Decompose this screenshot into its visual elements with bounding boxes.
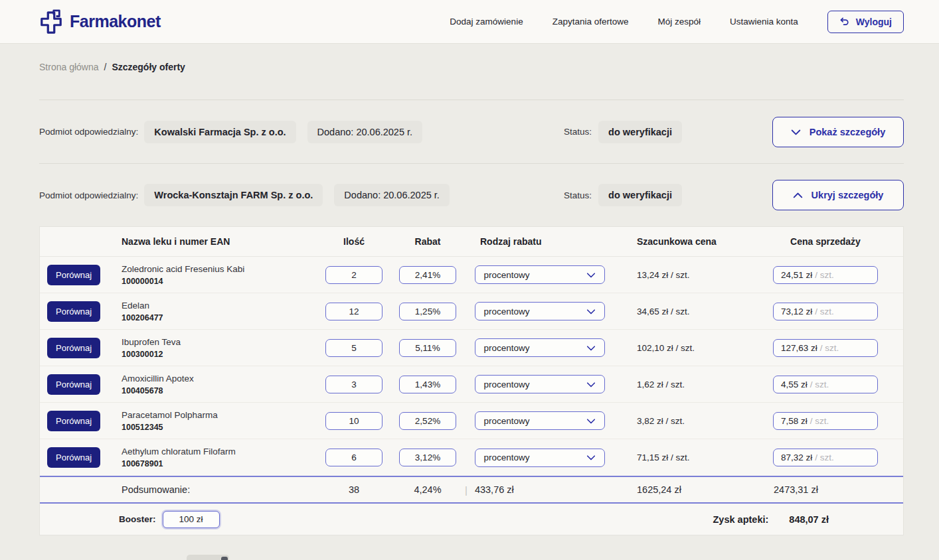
discount-type-select[interactable]: procentowy bbox=[475, 411, 605, 430]
sale-price-unit: / szt. bbox=[815, 453, 834, 462]
sale-price-unit: / szt. bbox=[815, 270, 834, 280]
col-header-name: Nazwa leku i numer EAN bbox=[122, 236, 317, 247]
table-row: Porównaj Amoxicillin Apotex 100405678 pr… bbox=[40, 366, 903, 403]
drug-ean: 100512345 bbox=[122, 423, 317, 432]
discount-input[interactable] bbox=[399, 412, 456, 430]
discount-type-value: procentowy bbox=[484, 416, 530, 426]
status-badge: do weryfikacji bbox=[598, 121, 682, 143]
estimated-price: 71,15 zł / szt. bbox=[614, 453, 767, 462]
estimated-price: 34,65 zł / szt. bbox=[614, 307, 767, 316]
discount-type-value: procentowy bbox=[484, 307, 530, 316]
summary-divider: | bbox=[465, 484, 468, 496]
offer-header-expanded: Podmiot odpowiedzialny: Wrocka-Konsztajn… bbox=[39, 164, 904, 226]
drug-ean: 100405678 bbox=[122, 386, 317, 395]
estimated-price: 102,10 zł / szt. bbox=[614, 343, 767, 353]
drug-ean: 100000014 bbox=[122, 277, 317, 286]
top-navigation-bar: Farmakonet Dodaj zamówienie Zapytania of… bbox=[0, 0, 939, 44]
table-row: Porównaj Ibuprofen Teva 100300012 procen… bbox=[40, 330, 903, 366]
summary-total-qty: 38 bbox=[317, 484, 390, 495]
nav-offer-inquiries[interactable]: Zapytania ofertowe bbox=[553, 17, 629, 27]
brand-logo[interactable]: Farmakonet bbox=[39, 9, 161, 35]
estimated-price: 1,62 zł / szt. bbox=[614, 380, 767, 389]
drug-name: Ibuprofen Teva bbox=[122, 337, 317, 347]
discount-input[interactable] bbox=[399, 339, 456, 357]
quantity-input[interactable] bbox=[325, 303, 383, 320]
summary-discount-amount: 433,76 zł bbox=[475, 484, 514, 495]
table-row: Porównaj Aethylum chloratum Filofarm 100… bbox=[40, 439, 903, 476]
breadcrumb-current: Szczegóły oferty bbox=[112, 62, 185, 72]
sale-price-value: 4,55 zł bbox=[781, 380, 808, 389]
compare-button[interactable]: Porównaj bbox=[47, 374, 100, 395]
table-row: Porównaj Edelan 100206477 procentowy 34,… bbox=[40, 293, 903, 330]
top-nav-links: Dodaj zamówienie Zapytania ofertowe Mój … bbox=[450, 11, 904, 33]
breadcrumb: Strona główna / Szczegóły oferty bbox=[39, 62, 904, 72]
sale-price-input[interactable]: 73,12 zł / szt. bbox=[773, 303, 878, 320]
discount-input[interactable] bbox=[399, 266, 456, 284]
booster-input[interactable] bbox=[163, 511, 220, 528]
offer-header-collapsed: Podmiot odpowiedzialny: Kowalski Farmacj… bbox=[39, 100, 904, 163]
nav-my-team[interactable]: Mój zespół bbox=[657, 17, 701, 27]
discount-type-select[interactable]: procentowy bbox=[475, 265, 605, 284]
chevron-down-icon bbox=[586, 309, 596, 315]
discount-type-select[interactable]: procentowy bbox=[475, 449, 605, 467]
chevron-up-icon bbox=[793, 192, 803, 198]
breadcrumb-home-link[interactable]: Strona główna bbox=[39, 62, 99, 72]
main-content: Strona główna / Szczegóły oferty Podmiot… bbox=[0, 62, 939, 535]
logout-button[interactable]: Wyloguj bbox=[827, 11, 904, 33]
chevron-down-icon bbox=[586, 272, 596, 278]
col-header-sale-price: Cena sprzedaży bbox=[773, 236, 878, 247]
summary-est-total: 1625,24 zł bbox=[614, 484, 767, 495]
drug-name: Edelan bbox=[122, 301, 317, 311]
compare-button[interactable]: Porównaj bbox=[47, 338, 100, 358]
discount-type-select[interactable]: procentowy bbox=[475, 375, 605, 393]
quantity-input[interactable] bbox=[325, 339, 383, 357]
show-details-button[interactable]: Pokaż szczegóły bbox=[772, 117, 904, 147]
sale-price-unit: / szt. bbox=[810, 416, 829, 426]
summary-sale-total: 2473,31 zł bbox=[767, 484, 903, 495]
pharmacy-cross-icon bbox=[39, 9, 63, 35]
booster-label: Booster: bbox=[119, 514, 156, 524]
quantity-input[interactable] bbox=[325, 376, 383, 393]
estimated-price: 3,82 zł / szt. bbox=[614, 416, 767, 426]
compare-button[interactable]: Porównaj bbox=[47, 265, 100, 285]
chevron-down-icon bbox=[586, 418, 596, 424]
discount-input[interactable] bbox=[399, 303, 456, 320]
hide-details-button[interactable]: Ukryj szczegóły bbox=[772, 180, 904, 210]
compare-button[interactable]: Porównaj bbox=[47, 411, 100, 431]
logout-label: Wyloguj bbox=[856, 17, 892, 27]
nav-account-settings[interactable]: Ustawienia konta bbox=[730, 17, 798, 27]
sale-price-input[interactable]: 24,51 zł / szt. bbox=[773, 266, 878, 284]
pharmacy-profit-label: Zysk apteki: bbox=[713, 514, 769, 525]
show-details-label: Pokaż szczegóły bbox=[810, 127, 885, 137]
discount-input[interactable] bbox=[399, 449, 456, 466]
discount-type-value: procentowy bbox=[484, 270, 530, 280]
sale-price-input[interactable]: 4,55 zł / szt. bbox=[773, 376, 878, 393]
summary-discount-pct: 4,24% bbox=[390, 484, 465, 495]
sale-price-input[interactable]: 87,32 zł / szt. bbox=[773, 449, 878, 466]
drug-name: Zoledronic acid Fresenius Kabi bbox=[122, 264, 317, 274]
quantity-input[interactable] bbox=[325, 266, 383, 284]
sale-price-input[interactable]: 7,58 zł / szt. bbox=[773, 412, 878, 430]
sale-price-value: 127,63 zł bbox=[781, 343, 817, 353]
status-group: Status: do weryfikacji bbox=[564, 184, 682, 206]
quantity-input[interactable] bbox=[325, 412, 383, 430]
status-badge: do weryfikacji bbox=[598, 184, 682, 206]
sale-price-input[interactable]: 127,63 zł / szt. bbox=[773, 339, 878, 357]
brand-name: Farmakonet bbox=[70, 12, 161, 31]
nav-add-order[interactable]: Dodaj zamówienie bbox=[450, 17, 523, 27]
drug-name: Aethylum chloratum Filofarm bbox=[122, 447, 317, 456]
compare-button[interactable]: Porównaj bbox=[47, 447, 100, 468]
col-header-discount-type: Rodzaj rabatu bbox=[465, 236, 614, 247]
discount-type-select[interactable]: procentowy bbox=[475, 338, 605, 357]
col-header-discount: Rabat bbox=[390, 236, 465, 247]
discount-input[interactable] bbox=[399, 376, 456, 393]
quantity-input[interactable] bbox=[325, 449, 383, 466]
compare-button[interactable]: Porównaj bbox=[47, 301, 100, 322]
chevron-down-icon bbox=[586, 345, 596, 351]
drug-name: Amoxicillin Apotex bbox=[122, 374, 317, 384]
booster-row: Booster: Zysk apteki: 848,07 zł bbox=[40, 504, 903, 535]
discount-type-select[interactable]: procentowy bbox=[475, 302, 605, 320]
col-header-qty: Ilość bbox=[317, 236, 390, 247]
cutoff-element bbox=[221, 557, 228, 560]
logout-return-arrow-icon bbox=[839, 17, 849, 26]
